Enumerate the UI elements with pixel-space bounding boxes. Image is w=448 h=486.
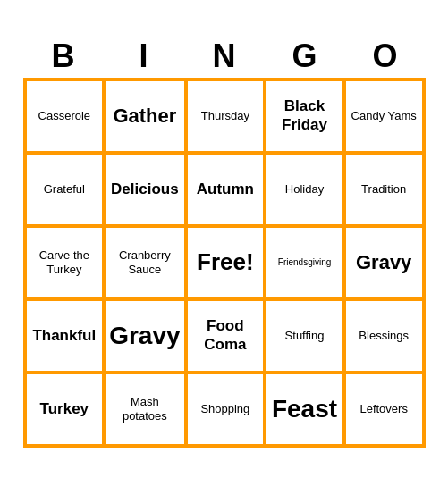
cell-text: Gravy — [109, 321, 180, 351]
bingo-card: BINGO CasseroleGatherThursdayBlack Frida… — [14, 29, 435, 457]
bingo-letter: G — [265, 38, 345, 74]
bingo-cell: Mash potatoes — [104, 373, 185, 446]
cell-text: Shopping — [200, 402, 249, 416]
bingo-cell: Friendsgiving — [265, 226, 344, 299]
cell-text: Thursday — [201, 109, 249, 123]
bingo-cell: Thankful — [25, 299, 105, 373]
cell-text: Turkey — [40, 400, 89, 418]
bingo-cell: Cranberry Sauce — [104, 226, 185, 299]
bingo-cell: Tradition — [344, 153, 424, 226]
cell-text: Grateful — [44, 182, 85, 197]
bingo-cell: Gravy — [344, 226, 424, 299]
cell-text: Black Friday — [270, 97, 339, 134]
bingo-cell: Food Coma — [186, 299, 266, 373]
bingo-cell: Autumn — [186, 153, 266, 226]
cell-text: Food Coma — [191, 317, 260, 354]
bingo-cell: Casserole — [25, 80, 105, 153]
bingo-cell: Shopping — [186, 373, 266, 446]
bingo-cell: Free! — [186, 226, 266, 299]
cell-text: Cranberry Sauce — [109, 248, 180, 276]
bingo-cell: Candy Yams — [344, 80, 424, 153]
bingo-cell: Carve the Turkey — [25, 226, 105, 299]
cell-text: Leftovers — [359, 402, 407, 416]
cell-text: Delicious — [111, 180, 179, 198]
cell-text: Thankful — [32, 327, 96, 345]
bingo-letter: N — [184, 38, 265, 74]
bingo-cell: Holiday — [265, 153, 344, 226]
cell-text: Free! — [197, 248, 254, 276]
cell-text: Friendsgiving — [278, 257, 331, 268]
cell-text: Mash potatoes — [109, 395, 180, 423]
bingo-grid: CasseroleGatherThursdayBlack FridayCandy… — [23, 78, 426, 448]
cell-text: Gather — [113, 105, 176, 128]
cell-text: Casserole — [38, 109, 91, 123]
bingo-letter: O — [345, 38, 426, 74]
bingo-cell: Gather — [104, 80, 185, 153]
bingo-cell: Stuffing — [265, 299, 344, 373]
cell-text: Candy Yams — [351, 109, 417, 123]
cell-text: Carve the Turkey — [30, 248, 99, 276]
bingo-cell: Blessings — [344, 299, 424, 373]
cell-text: Blessings — [359, 329, 409, 343]
bingo-cell: Thursday — [186, 80, 266, 153]
bingo-cell: Grateful — [25, 153, 105, 226]
cell-text: Stuffing — [285, 329, 325, 343]
bingo-cell: Feast — [265, 373, 344, 446]
cell-text: Holiday — [285, 182, 324, 197]
cell-text: Autumn — [197, 180, 254, 198]
bingo-cell: Delicious — [104, 153, 185, 226]
cell-text: Feast — [272, 394, 337, 424]
cell-text: Tradition — [361, 182, 406, 197]
bingo-header: BINGO — [23, 38, 426, 74]
bingo-letter: I — [104, 38, 184, 74]
bingo-cell: Leftovers — [344, 373, 424, 446]
bingo-cell: Black Friday — [265, 80, 344, 153]
cell-text: Gravy — [356, 251, 411, 274]
bingo-cell: Gravy — [104, 299, 185, 373]
bingo-cell: Turkey — [25, 373, 105, 446]
bingo-letter: B — [23, 38, 104, 74]
